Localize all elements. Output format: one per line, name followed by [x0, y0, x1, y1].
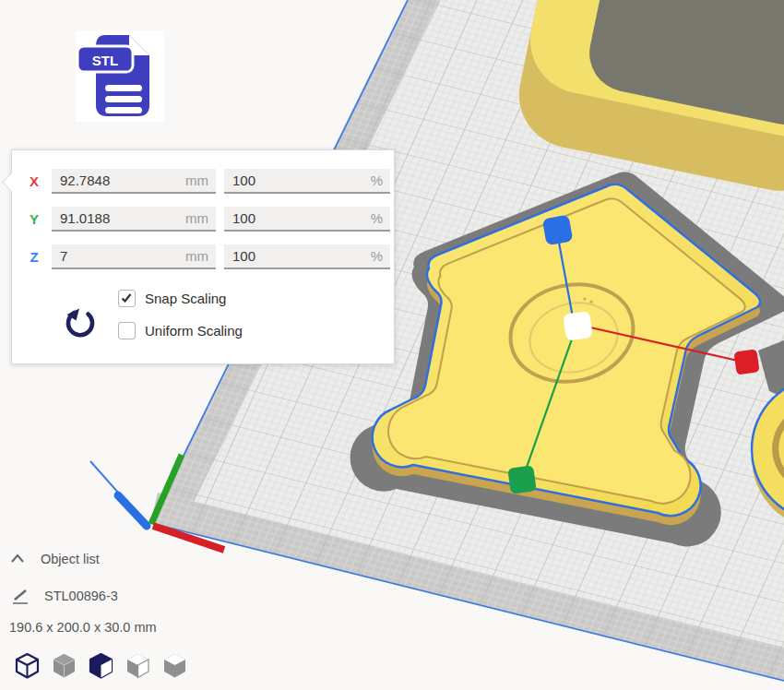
object-list-item[interactable]: STL00896-3	[11, 587, 118, 605]
uniform-scaling-box[interactable]	[118, 322, 136, 339]
scale-y-mm-input[interactable]	[52, 210, 216, 226]
scale-z-mm-input[interactable]	[52, 248, 216, 264]
scale-tool-panel: X mm % Y mm % Z mm %	[11, 149, 395, 364]
object-dimensions: 190.6 x 200.0 x 30.0 mm	[9, 620, 157, 635]
view-front-icon[interactable]	[52, 651, 77, 681]
snap-scaling-box[interactable]	[118, 290, 136, 307]
reset-arrow-icon	[60, 301, 102, 343]
stl-file-badge[interactable]: STL	[76, 30, 164, 122]
scale-handle-center[interactable]	[563, 311, 593, 341]
scale-handle-x[interactable]	[733, 349, 759, 375]
view-left-icon[interactable]	[125, 651, 150, 681]
object-list-header[interactable]: Object list	[9, 552, 100, 566]
scale-x-percent-field[interactable]: %	[224, 169, 390, 194]
pencil-icon	[11, 587, 30, 605]
scale-z-mm-field[interactable]: mm	[52, 244, 216, 269]
scale-y-percent-field[interactable]: %	[224, 207, 390, 232]
snap-scaling-label: Snap Scaling	[145, 291, 226, 306]
scale-handle-z[interactable]	[542, 215, 574, 246]
scale-handle-y[interactable]	[507, 465, 537, 494]
view-3d-icon[interactable]	[15, 651, 40, 681]
check-icon	[119, 291, 134, 305]
object-item-name: STL00896-3	[44, 589, 118, 603]
view-toolbar	[15, 651, 187, 681]
scale-y-percent-input[interactable]	[224, 210, 390, 226]
scale-x-mm-input[interactable]	[52, 172, 216, 188]
axis-z-label: Z	[25, 244, 43, 269]
axis-y-label: Y	[25, 207, 43, 232]
view-top-icon[interactable]	[89, 651, 113, 681]
reset-scale-button[interactable]	[60, 301, 102, 343]
scale-y-mm-field[interactable]: mm	[52, 207, 216, 232]
stl-badge-label: STL	[92, 53, 118, 68]
uniform-scaling-checkbox[interactable]: Uniform Scaling	[118, 322, 243, 339]
scale-x-mm-field[interactable]: mm	[52, 169, 216, 194]
object-list-title: Object list	[41, 552, 100, 566]
chevron-up-icon	[9, 553, 26, 565]
scale-z-percent-field[interactable]: %	[224, 244, 390, 269]
uniform-scaling-label: Uniform Scaling	[145, 323, 243, 339]
axis-z-segment	[118, 495, 147, 526]
axis-x-label: X	[25, 169, 43, 194]
scale-x-percent-input[interactable]	[224, 172, 390, 188]
scale-z-percent-input[interactable]	[224, 248, 390, 264]
view-right-icon[interactable]	[162, 651, 187, 681]
snap-scaling-checkbox[interactable]: Snap Scaling	[118, 290, 226, 307]
